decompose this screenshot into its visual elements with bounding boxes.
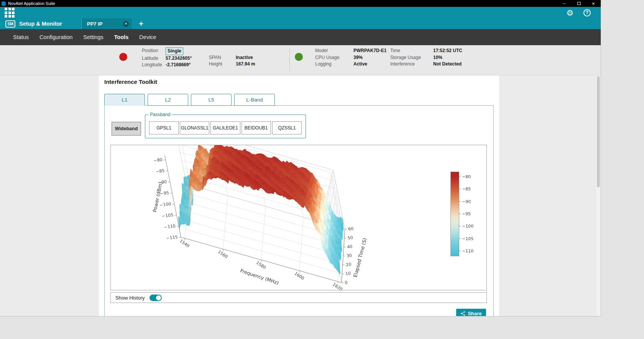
time-label: Time [390,47,433,54]
cpu-value: 39% [353,54,363,61]
app-bar: ⚙ ? [0,7,601,18]
longitude-value: -2.7168669° [166,62,191,69]
share-label: Share [468,311,481,316]
show-history-bar: Show History [110,292,487,303]
span-block: SPANInactive Height167.94 m [209,54,255,68]
share-icon [460,311,465,316]
height-label: Height [209,61,236,68]
passband-legend: Passband [148,112,172,117]
logging-label: Logging [315,61,353,68]
maximize-button[interactable] [572,0,586,7]
latitude-label: Latitude [142,55,166,62]
receiver-block: ModelPWRPAK7D-E1 CPU Usage39% LoggingAct… [315,47,386,68]
model-label: Model [315,47,353,54]
app-logo-icon [2,2,6,6]
suite-bar: SM Setup & Monitor PP7 IP ✕ + [0,18,601,29]
window-title: NovAtel Application Suite [8,1,55,6]
toggle-knob [156,295,161,300]
application-window: NovAtel Application Suite ─ ✕ ⚙ ? SM Set… [0,0,601,316]
height-value: 167.94 m [236,61,255,68]
longitude-label: Longitude [142,62,166,69]
passband-qzssl1-button[interactable]: QZSSL1 [272,121,302,134]
wideband-button[interactable]: Wideband [112,122,141,136]
main-nav: Status Configuration Settings Tools Devi… [0,29,601,45]
status-divider [289,49,290,72]
nav-item-configuration[interactable]: Configuration [39,34,72,40]
suite-name: Setup & Monitor [19,21,62,27]
nav-item-status[interactable]: Status [13,34,29,40]
model-value: PWRPAK7D-E1 [353,47,386,54]
interference-label: Interference [390,61,433,68]
nav-item-settings[interactable]: Settings [83,34,103,40]
status-strip: PositionSingle Latitude57.2342605° Longi… [0,45,601,75]
nav-item-tools[interactable]: Tools [114,34,129,40]
interference-value: Not Detected [433,61,462,68]
span-value: Inactive [236,54,253,61]
system-block: Time17:52:52 UTC Storage Usage10% Interf… [390,47,462,68]
band-tabs: L1 L2 L5 L-Band [104,94,275,106]
device-tab-pp7ip[interactable]: PP7 IP ✕ [81,18,132,29]
new-tab-button[interactable]: + [137,20,145,28]
span-label: SPAN [209,54,236,61]
passband-glonassl1-button[interactable]: GLONASSL1 [180,121,209,134]
settings-gear-icon[interactable]: ⚙ [566,9,573,17]
tab-l2[interactable]: L2 [148,94,188,106]
setup-monitor-badge: SM [5,20,15,28]
passband-beidoub1-button[interactable]: BEIDOUB1 [242,121,271,134]
page-title: Interference Toolkit [104,79,157,85]
latitude-value: 57.2342605° [166,55,192,62]
passband-galileoe1-button[interactable]: GALILEOE1 [210,121,240,134]
storage-label: Storage Usage [390,54,433,61]
help-icon[interactable]: ? [583,9,591,16]
maximize-icon [577,2,581,5]
title-bar: NovAtel Application Suite ─ ✕ [0,0,601,7]
minimize-button[interactable]: ─ [557,0,572,7]
show-history-toggle[interactable] [150,295,162,301]
time-value: 17:52:52 UTC [433,47,462,54]
position-value[interactable]: Single [166,47,183,55]
logging-value: Active [353,61,367,68]
close-button[interactable]: ✕ [586,0,601,7]
position-label: Position [142,47,166,55]
device-tab-label: PP7 IP [87,21,123,27]
tab-lband[interactable]: L-Band [234,94,275,106]
tab-l5[interactable]: L5 [191,94,232,106]
position-block: PositionSingle Latitude57.2342605° Longi… [142,47,192,69]
spectrum-3d-plot[interactable] [111,145,486,290]
storage-value: 10% [433,54,442,61]
tab-close-icon[interactable]: ✕ [123,21,129,27]
vertical-scrollbar[interactable] [596,75,601,316]
spectrum-chart-container [110,145,487,290]
cpu-label: CPU Usage [315,54,353,61]
receiver-status-dot [295,53,303,61]
passband-gpsl1-button[interactable]: GPSL1 [149,121,179,134]
interference-toolkit-panel: Interference Toolkit L1 L2 L5 L-Band Wid… [99,75,499,316]
position-status-dot [119,53,127,61]
share-button[interactable]: Share [456,309,486,316]
apps-grid-icon[interactable] [5,8,15,18]
show-history-label: Show History [115,295,145,301]
scrollbar-thumb[interactable] [597,76,600,187]
nav-item-device[interactable]: Device [139,34,156,40]
passband-group: Passband GPSL1 GLONASSL1 GALILEOE1 BEIDO… [145,115,306,138]
tab-l1[interactable]: L1 [104,94,145,106]
